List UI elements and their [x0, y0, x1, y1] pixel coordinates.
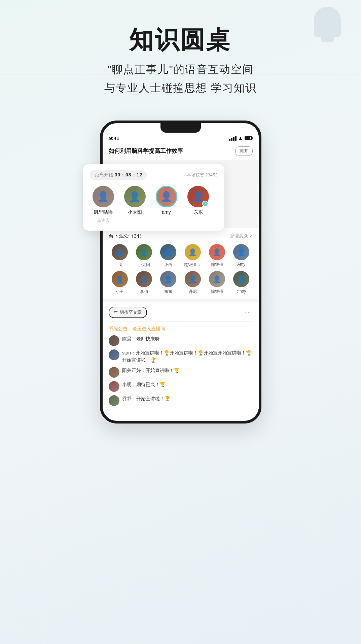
hero-section: 知识圆桌 "聊点正事儿"的语音互动空间 与专业人士碰撞思想 学习知识: [104, 27, 257, 97]
battery-fill: [245, 137, 250, 139]
msg-text-2: 开始宣讲啦！🏆开始宣讲啦！🏆开始宣开始宣讲啦！🏆开始宣讲啦！🏆: [122, 350, 252, 363]
chat-avatar-3: [109, 367, 119, 378]
main-title: 知识圆桌: [104, 27, 257, 54]
aud-face-12: 👤: [233, 271, 249, 287]
chat-header: ⇄ 切换至文章 ···: [109, 302, 253, 322]
list-item: 👤 东东: [157, 271, 179, 295]
wifi-icon: ▲: [238, 135, 243, 141]
aud-face-10: 👤: [185, 271, 201, 287]
manage-link[interactable]: 管理观众 >: [229, 233, 252, 239]
msg-content-4: 小明：期待已久！🏆: [122, 381, 253, 388]
speaker-name-4: 东东: [193, 209, 203, 215]
speaker-avatar-wrap-2: 👤: [124, 186, 146, 207]
countdown-badge: 距离开始 00：08：12: [90, 170, 147, 180]
msg-content-2: stan：开始宣讲啦！🏆开始宣讲啦！🏆开始宣开始宣讲啦！🏆开始宣讲啦！🏆: [122, 349, 253, 364]
audience-avatar-3: 👤: [160, 244, 176, 260]
aud-face-4: 👤: [185, 244, 201, 260]
speaker-name-1: 叽里咕噜: [94, 209, 113, 215]
switch-icon: ⇄: [114, 310, 118, 315]
speaker-item-1: 👤 叽里咕噜 主讲人: [90, 186, 117, 223]
chat-message-2: stan：开始宣讲啦！🏆开始宣讲啦！🏆开始宣开始宣讲啦！🏆开始宣讲啦！🏆: [109, 349, 253, 364]
list-item: 👤 陈智强: [206, 244, 228, 268]
chat-avatar-5: [109, 395, 119, 406]
speaker-badge-4: ✓: [202, 201, 208, 207]
more-button[interactable]: ···: [245, 308, 253, 316]
msg-name-5: 乔乔: [122, 396, 132, 401]
subtitle: "聊点正事儿"的语音互动空间 与专业人士碰撞思想 学习知识: [104, 60, 257, 97]
chat-message-1: 陈晨：老师快来呀: [109, 335, 253, 346]
status-bar: 9:41 ▲: [103, 133, 259, 142]
list-item: 👤 超级娜丽...: [182, 244, 204, 268]
chat-avatar-1: [109, 335, 119, 346]
audience-avatar-12: 👤: [233, 271, 249, 287]
chat-avatar-2: [109, 349, 119, 360]
chat-message-4: 小明：期待已久！🏆: [109, 381, 253, 392]
speaker-item-4: 👤 ✓ 东东: [185, 186, 212, 215]
msg-content-3: 阳关正好：开始宣讲啦！🏆: [122, 367, 253, 374]
audience-section: 台下观众（34） 管理观众 > 👤 我 👤 小太阳 👤: [103, 228, 259, 299]
speaker-avatar-2: 👤: [124, 186, 146, 207]
msg-name-2: stan: [122, 350, 131, 355]
battery-icon: [245, 136, 252, 140]
phone-wrapper: 距离开始 00：08：12 本场获赞 23452 👤 叽里咕噜: [93, 121, 268, 423]
chat-messages: 系统公告：老王进入直播间 陈晨：老师快来呀: [109, 326, 253, 406]
switch-label: 切换至文章: [120, 309, 142, 315]
audience-avatar-11: 👤: [209, 271, 225, 287]
list-item: 👤 陈智强: [206, 271, 228, 295]
aud-face-6: 👤: [233, 244, 249, 260]
aud-face-5: 👤: [209, 244, 225, 260]
countdown-label: 距离开始: [95, 172, 113, 178]
face-2: 👤: [124, 186, 146, 207]
audience-avatar-9: 👤: [160, 271, 176, 287]
sys-highlight: 老王进入直播间: [132, 326, 165, 331]
audience-avatar-2: 👤: [136, 244, 152, 260]
speaker-name-3: amy: [162, 209, 171, 215]
audience-avatar-8: 👤: [136, 271, 152, 287]
title-text: 知识圆桌: [129, 27, 231, 54]
speaker-avatar-1: 👤: [93, 186, 114, 207]
page-content: 知识圆桌 "聊点正事儿"的语音互动空间 与专业人士碰撞思想 学习知识 距离开始 …: [0, 0, 361, 423]
msg-text-5: 开始宣讲啦！🏆: [136, 396, 170, 401]
sys-prefix: 系统公告：: [109, 326, 132, 331]
aud-face-3: 👤: [160, 244, 176, 260]
face-1: 👤: [93, 186, 114, 207]
audience-name-3: 小西: [164, 262, 172, 268]
list-item: 👤 Amy: [230, 244, 252, 268]
audience-name-4: 超级娜丽...: [184, 262, 202, 268]
msg-content-1: 陈晨：老师快来呀: [122, 335, 253, 342]
list-item: 👤 李伯: [133, 271, 155, 295]
audience-avatar-4: 👤: [185, 244, 201, 260]
signal-bar-2: [231, 138, 232, 141]
card-top-row: 距离开始 00：08：12 本场获赞 23452: [90, 170, 218, 180]
audience-title: 台下观众（34）: [109, 233, 145, 239]
speakers-row: 👤 叽里咕噜 主讲人 👤 小太阳: [90, 186, 218, 223]
leave-button[interactable]: 离开: [235, 146, 253, 156]
chat-message-5: 乔乔：开始宣讲啦！🏆: [109, 395, 253, 406]
signal-bars: [229, 136, 237, 141]
chat-section: ⇄ 切换至文章 ··· 系统公告：老王进入直播间: [103, 302, 259, 411]
status-time: 9:41: [109, 135, 119, 141]
audience-name-7: 小王: [116, 289, 124, 295]
aud-face-2: 👤: [136, 244, 152, 260]
face-3: 👤: [157, 187, 176, 206]
subtitle-line2: 与专业人士碰撞思想 学习知识: [104, 79, 257, 97]
speaker-role-1: 主讲人: [97, 217, 109, 223]
likes-label: 本场获赞: [187, 172, 204, 177]
audience-name-11: 陈智强: [211, 289, 223, 295]
speaker-avatar-wrap-3: 👤: [156, 186, 177, 207]
audience-grid: 👤 我 👤 小太阳 👤 小西 👤 超级娜: [109, 244, 253, 295]
msg-name-1: 陈晨: [122, 336, 132, 341]
system-notice: 系统公告：老王进入直播间: [109, 326, 253, 332]
list-item: 👤 丹尼: [182, 271, 204, 295]
speaker-avatar-wrap-4: 👤 ✓: [187, 186, 209, 207]
switch-article-button[interactable]: ⇄ 切换至文章: [109, 307, 147, 318]
msg-name-4: 小明: [122, 382, 132, 387]
aud-face-11: 👤: [209, 271, 225, 287]
audience-avatar-6: 👤: [233, 244, 249, 260]
audience-avatar-10: 👤: [185, 271, 201, 287]
audience-name-12: cindy: [237, 289, 246, 294]
audience-avatar-1: 👤: [112, 244, 128, 260]
audience-avatar-7: 👤: [112, 271, 128, 287]
list-item: 👤 小王: [109, 271, 131, 295]
room-title: 如何利用脑科学提高工作效率: [109, 147, 235, 155]
